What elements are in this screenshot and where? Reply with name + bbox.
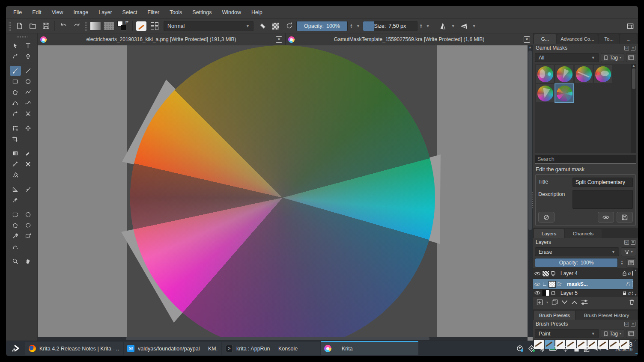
menu-layer[interactable]: Layer <box>94 8 116 17</box>
tool-ellipse[interactable] <box>23 77 34 86</box>
alpha-icon[interactable]: α <box>628 291 631 296</box>
gamut-mask-artwork[interactable] <box>38 45 528 337</box>
menu-file[interactable]: File <box>9 8 27 17</box>
opacity-spinner[interactable]: ▲▼ <box>349 24 354 29</box>
tool-gradient[interactable] <box>10 148 21 158</box>
scroll-up-icon[interactable]: ▲ <box>528 45 532 50</box>
tool-transform[interactable] <box>10 123 21 133</box>
layer-list-scrollbar[interactable]: ▲▼ <box>633 268 638 297</box>
brush-display-settings-button[interactable] <box>626 329 636 338</box>
tool-rect-select[interactable] <box>10 210 21 220</box>
opacity-options-caret[interactable]: ▼ <box>355 24 361 28</box>
tool-smart-patch[interactable] <box>23 159 34 169</box>
tool-zoom[interactable] <box>10 256 21 266</box>
layer-opacity-spinner[interactable]: ▲▼ <box>620 260 624 265</box>
tool-freehand-select[interactable] <box>23 220 34 230</box>
mask-preset-triangle[interactable] <box>555 65 573 83</box>
tab-channels[interactable]: Channels <box>565 229 602 238</box>
float-docker-icon[interactable]: ◱ <box>624 240 629 245</box>
close-tab-2-button[interactable]: ✕ <box>524 36 530 43</box>
visibility-eye-icon[interactable] <box>534 271 541 276</box>
tool-multibrush[interactable] <box>23 109 34 119</box>
brush-preset-thumb[interactable] <box>534 340 544 349</box>
new-document-button[interactable] <box>13 21 25 32</box>
toolbar-drag-handle-2[interactable] <box>85 21 87 31</box>
redo-button[interactable] <box>71 21 83 32</box>
duplicate-layer-button[interactable] <box>552 299 558 306</box>
tool-magnetic-select[interactable] <box>10 242 21 252</box>
brush-preset-thumb[interactable] <box>598 340 608 349</box>
mask-preset-complementary[interactable] <box>575 65 593 83</box>
layer-opacity-slider[interactable]: Opacity:100% <box>535 258 618 267</box>
show-desktop-strip[interactable] <box>635 341 638 356</box>
tool-line[interactable] <box>23 66 34 76</box>
float-docker-icon[interactable]: ◱ <box>624 322 629 326</box>
tool-bezier-curve[interactable] <box>10 98 21 108</box>
choose-brush-preset-button[interactable] <box>149 21 161 32</box>
tool-assistants[interactable] <box>23 184 34 194</box>
lock-open-icon[interactable] <box>626 282 631 287</box>
scroll-down-icon[interactable]: ▼ <box>634 293 637 296</box>
size-options-caret[interactable]: ▼ <box>425 24 431 28</box>
brush-tag-button[interactable]: Tag ▾ <box>601 329 624 338</box>
edit-brush-settings-button[interactable] <box>135 21 147 32</box>
tool-move[interactable] <box>23 123 34 133</box>
layer-filter-button[interactable]: ▾ <box>621 247 636 256</box>
mask-preset-split-complementary[interactable] <box>555 84 573 102</box>
open-document-button[interactable] <box>27 21 39 32</box>
menu-filter[interactable]: Filter <box>143 8 164 17</box>
tool-dynamic-brush[interactable] <box>10 109 21 119</box>
task-konsole[interactable]: > krita : AppRun — Konsole <box>222 342 320 355</box>
task-krita-active[interactable]: — Krita <box>321 341 418 355</box>
preserve-alpha-button[interactable] <box>270 21 282 32</box>
panel-splitter-handle[interactable] <box>531 192 533 209</box>
mirror-horizontal-caret[interactable]: ▼ <box>450 24 456 28</box>
hscroll-thumb[interactable] <box>126 337 429 340</box>
move-layer-up-button[interactable] <box>571 300 578 305</box>
cancel-mask-button[interactable] <box>538 212 555 223</box>
close-docker-icon[interactable]: ✕ <box>631 322 635 326</box>
blending-mode-select[interactable]: Normal ▼ <box>164 21 253 31</box>
tool-edit-shapes[interactable] <box>10 51 21 61</box>
tool-contiguous-select[interactable] <box>10 231 21 241</box>
menu-window[interactable]: Window <box>218 8 246 17</box>
lock-closed-icon[interactable] <box>622 291 627 296</box>
task-kmail[interactable]: ✉ valdyas/foundation/paypal — KM... <box>124 342 221 355</box>
tool-color-sampler[interactable] <box>23 148 34 158</box>
tool-freehand-brush[interactable] <box>10 66 21 76</box>
mask-title-input[interactable] <box>572 178 633 187</box>
docker-tab-gamut[interactable]: G... <box>534 34 556 44</box>
canvas-horizontal-scrollbar[interactable] <box>38 337 528 341</box>
brush-preset-thumb[interactable] <box>577 340 587 349</box>
layer-properties-sliders-button[interactable] <box>581 300 588 305</box>
layer-properties-button[interactable] <box>626 258 636 267</box>
menu-image[interactable]: Image <box>69 8 93 17</box>
mask-preset-dominant-hue[interactable] <box>594 65 612 83</box>
visibility-eye-icon[interactable] <box>534 291 541 295</box>
tab-brush-preset-history[interactable]: Brush Preset History <box>576 311 637 320</box>
document-tab-1[interactable]: electrichearts_20190316_kiki_a.png [Writ… <box>38 33 285 45</box>
brush-preset-thumb[interactable] <box>587 340 597 349</box>
toolbox-drag-handle[interactable] <box>16 36 27 38</box>
canvas-vertical-scrollbar[interactable]: ▲ <box>528 45 533 337</box>
brush-preset-thumb[interactable] <box>566 340 576 349</box>
opacity-slider[interactable]: Opacity:100% <box>296 21 348 31</box>
move-layer-down-button[interactable] <box>561 300 568 305</box>
tool-calligraphy[interactable] <box>23 51 34 61</box>
menu-tools[interactable]: Tools <box>165 8 187 17</box>
presets-scrollbar[interactable]: ▲ <box>631 64 636 153</box>
mask-description-input[interactable] <box>572 190 633 209</box>
canvas-viewport[interactable]: ▲ <box>38 45 533 341</box>
tool-polyline[interactable] <box>23 87 34 97</box>
tool-polygon[interactable] <box>10 87 21 97</box>
save-mask-button[interactable] <box>617 212 633 223</box>
gradient-chooser-button[interactable] <box>89 21 101 32</box>
app-launcher-button[interactable] <box>6 341 25 356</box>
brush-preset-thumb[interactable] <box>609 340 619 349</box>
mirror-horizontal-button[interactable] <box>437 21 449 32</box>
layer-blending-mode-select[interactable]: Erase ▼ <box>535 247 619 256</box>
tool-colorize-mask[interactable] <box>10 159 21 169</box>
tool-freehand-path[interactable] <box>23 98 34 108</box>
tool-reference-images[interactable] <box>10 195 21 205</box>
mirror-vertical-button[interactable] <box>458 21 470 32</box>
